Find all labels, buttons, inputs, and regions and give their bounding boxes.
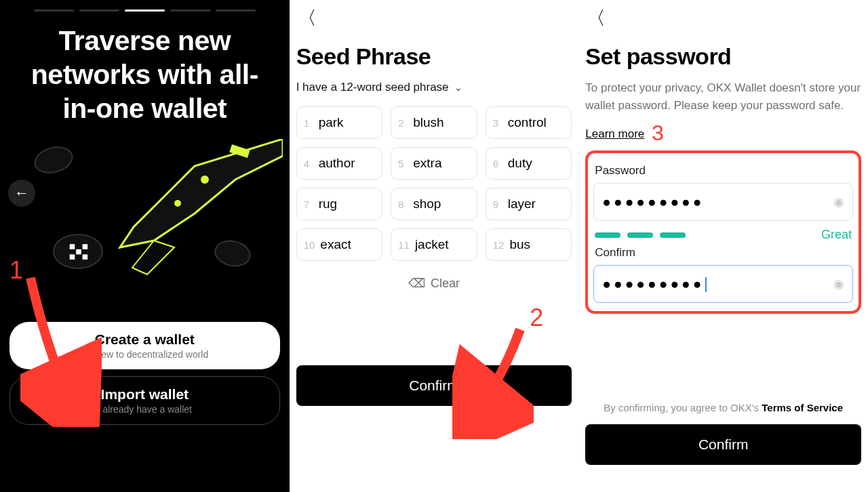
- tos-prefix: By confirming, you agree to OKX's: [604, 402, 762, 413]
- chevron-down-icon: ⌄: [454, 82, 462, 93]
- phrase-length-selector[interactable]: I have a 12-word seed phrase ⌄: [296, 81, 572, 94]
- seed-word-value: blush: [413, 115, 443, 130]
- progress-indicator: [7, 0, 283, 24]
- seed-word-index: 9: [493, 199, 502, 210]
- back-button[interactable]: 〈: [585, 0, 607, 37]
- strength-seg: [627, 232, 653, 238]
- import-wallet-button[interactable]: Import wallet I already have a wallet: [9, 376, 280, 425]
- clear-icon: ⌫: [408, 276, 425, 291]
- seed-word-input[interactable]: 2blush: [391, 106, 477, 139]
- page-title: Set password: [585, 43, 861, 70]
- seed-word-input[interactable]: 8shop: [391, 188, 477, 220]
- seed-word-index: 1: [304, 117, 313, 129]
- seed-word-grid: 1park2blush3control4author5extra6duty7ru…: [296, 106, 572, 261]
- seed-word-value: control: [508, 115, 547, 130]
- coin-icon: [53, 234, 103, 269]
- chevron-left-icon: 〈: [298, 7, 317, 28]
- svg-point-0: [201, 176, 209, 184]
- import-wallet-title: Import wallet: [17, 386, 273, 403]
- seed-word-value: shop: [413, 197, 441, 211]
- hero-illustration: ←: [7, 139, 283, 315]
- phrase-length-label: I have a 12-word seed phrase: [296, 81, 449, 94]
- progress-seg: [79, 9, 119, 12]
- seed-word-value: bus: [509, 237, 530, 252]
- confirm-label: Confirm: [698, 436, 749, 452]
- confirm-password-field[interactable]: ●●●●●●●●● ◉: [593, 265, 853, 303]
- annotation-step-3: 3: [652, 121, 664, 145]
- seed-word-input[interactable]: 3control: [486, 106, 572, 139]
- create-wallet-button[interactable]: Create a wallet I'm new to decentralized…: [9, 322, 280, 369]
- svg-rect-6: [70, 254, 75, 260]
- confirm-button[interactable]: Confirm: [585, 424, 861, 465]
- onboarding-headline: Traverse new networks with all-in-one wa…: [7, 24, 283, 125]
- progress-seg: [34, 9, 74, 12]
- create-wallet-sub: I'm new to decentralized world: [16, 349, 273, 360]
- confirm-button[interactable]: Confirm: [296, 365, 572, 406]
- annotation-step-1: 1: [9, 256, 23, 285]
- confirm-label: Confirm: [409, 377, 459, 393]
- seed-word-input[interactable]: 6duty: [486, 147, 572, 180]
- back-button[interactable]: 〈: [296, 0, 318, 37]
- back-button[interactable]: ←: [8, 180, 35, 207]
- password-value: ●●●●●●●●●: [602, 194, 704, 210]
- seed-word-index: 10: [304, 239, 315, 251]
- confirm-password-value: ●●●●●●●●●: [602, 276, 707, 292]
- set-password-panel: 〈 Set password To protect your privacy, …: [578, 0, 868, 492]
- seed-word-value: layer: [508, 197, 536, 211]
- seed-word-input[interactable]: 4author: [296, 147, 383, 180]
- seed-word-input[interactable]: 12bus: [486, 228, 572, 261]
- onboarding-panel: Traverse new networks with all-in-one wa…: [0, 0, 290, 492]
- learn-more-link[interactable]: Learn more: [585, 127, 644, 140]
- seed-word-value: extra: [413, 156, 441, 171]
- svg-rect-7: [83, 254, 88, 260]
- seed-word-value: exact: [320, 237, 351, 252]
- svg-rect-3: [70, 244, 75, 249]
- eye-icon[interactable]: ◉: [833, 194, 844, 209]
- page-title: Seed Phrase: [296, 43, 572, 70]
- progress-seg: [216, 9, 256, 12]
- seed-word-input[interactable]: 5extra: [391, 147, 477, 180]
- seed-word-index: 12: [493, 239, 505, 251]
- seed-phrase-panel: 〈 Seed Phrase I have a 12-word seed phra…: [290, 0, 579, 492]
- chevron-left-icon: 〈: [587, 7, 606, 28]
- seed-word-value: duty: [508, 156, 532, 171]
- seed-word-value: jacket: [415, 237, 449, 252]
- seed-word-index: 6: [493, 158, 502, 169]
- page-description: To protect your privacy, OKX Wallet does…: [585, 79, 861, 146]
- seed-word-input[interactable]: 10exact: [296, 228, 383, 261]
- tos-link[interactable]: Terms of Service: [762, 402, 843, 413]
- seed-word-index: 11: [398, 239, 410, 251]
- password-strength: Great: [595, 228, 852, 242]
- import-wallet-sub: I already have a wallet: [17, 404, 273, 415]
- eye-icon[interactable]: ◉: [833, 276, 844, 291]
- create-wallet-title: Create a wallet: [16, 331, 273, 348]
- seed-word-input[interactable]: 1park: [296, 106, 383, 139]
- seed-word-input[interactable]: 7rug: [296, 188, 383, 220]
- seed-word-index: 8: [398, 199, 408, 210]
- seed-word-index: 2: [398, 117, 408, 129]
- desc-text: To protect your privacy, OKX Wallet does…: [585, 81, 861, 112]
- strength-seg: [595, 232, 620, 238]
- seed-word-index: 3: [493, 117, 502, 129]
- seed-word-index: 7: [304, 199, 313, 210]
- password-field[interactable]: ●●●●●●●●● ◉: [593, 183, 853, 221]
- progress-seg-active: [125, 9, 165, 12]
- strength-label: Great: [821, 228, 852, 242]
- strength-seg: [660, 232, 686, 238]
- clear-button[interactable]: ⌫ Clear: [296, 276, 572, 291]
- seed-word-value: author: [319, 156, 355, 171]
- clear-label: Clear: [431, 276, 460, 291]
- svg-rect-4: [76, 249, 81, 255]
- seed-word-value: park: [319, 115, 344, 130]
- seed-word-index: 5: [398, 158, 408, 169]
- seed-word-value: rug: [319, 197, 337, 211]
- seed-word-input[interactable]: 11jacket: [391, 228, 477, 261]
- seed-word-input[interactable]: 9layer: [486, 188, 572, 220]
- password-label: Password: [595, 164, 852, 178]
- progress-seg: [170, 9, 210, 12]
- text-cursor: [705, 277, 707, 292]
- svg-rect-5: [83, 244, 88, 249]
- confirm-password-label: Confirm: [595, 246, 852, 260]
- arrow-left-icon: ←: [14, 184, 29, 202]
- svg-point-1: [174, 200, 181, 207]
